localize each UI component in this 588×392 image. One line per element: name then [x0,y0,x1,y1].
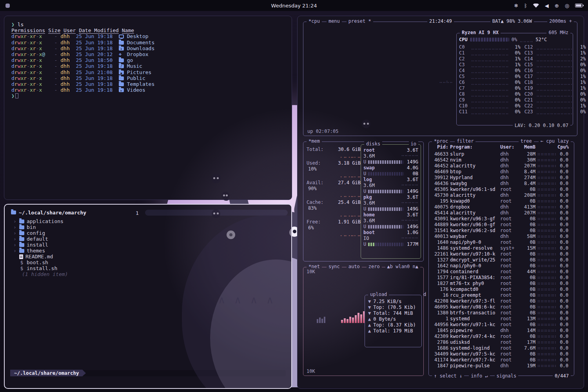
process-row[interactable]: 1577irq/81-PIXA3854:root0B⠶⠶⠶⠶⠶⠶⠶0.0 [429,275,574,281]
process-footer: ↑ select ↓ info ↵signals [432,373,518,379]
tab--cpu-lazy[interactable]: ← cpu lazy [539,138,571,144]
update-interval[interactable]: 2000ms + [547,18,574,24]
tab-disks[interactable]: disks [364,141,382,147]
system-logo-icon[interactable] [5,4,10,8]
battery-icon[interactable] [575,4,583,7]
footer-signals[interactable]: signals [495,373,519,379]
list-item[interactable]: ›applications [11,218,291,224]
video-icon [119,88,124,92]
process-row[interactable]: 46095kworker/u98:6-kcroot0B⠶⠶⠶⠶⠶⠶⠶0.0 [429,304,574,310]
tab-sync[interactable]: sync [327,264,342,270]
process-row[interactable]: 40013waybardhh58M⠶⠶⠶⠶⠶⠶⠶0.0 [429,234,574,240]
process-row[interactable]: 42208kworker/u97:3-flroot0B⠶⠶⠶⠶⠶⠶⠶0.0 [429,298,574,304]
file-name: README.md [25,254,53,260]
process-row[interactable]: 2786udisksdroot17M⠶⠶⠶⠶⠶⠶⠶0.0 [429,339,574,345]
net-stat-row: ▲0 Byte/s [368,316,419,322]
process-row[interactable]: 176kcompactd0root0B⠶⠶⠶⠶⠶⠶⠶0.0 [429,287,574,292]
process-row[interactable]: 40075dropboxdhh413M⠶⠶⠶⠶⠶⠶⠶0.0 [429,204,574,210]
process-row[interactable]: 46452alacrittydhh207M⠶⠶⠶⠶⠶⠶⠶0.0 [429,163,574,169]
process-row[interactable]: 44889kworker/u96:0-gfroot0B⠶⠶⠶⠶⠶⠶⠶0.0 [429,222,574,228]
process-row[interactable]: 1845pipewiredhh14M⠶⠶⠶⠶⠶⠶⠶0.0 [429,328,574,334]
process-row[interactable]: 1327dmcrypt_write/25root0B⠶⠶⠶⠶⠶⠶⠶0.0 [429,257,574,263]
updates-icon[interactable]: ❄ [514,3,518,9]
user-icon[interactable]: ◎ [565,3,569,9]
tab-net-interface[interactable]: ▲b wlan0 n▲ [385,264,420,270]
list-item[interactable]: $boot.sh [11,260,291,265]
process-row[interactable]: 34409kworker/u97:5-kcroot0B⠶⠶⠶⠶⠶⠶⠶0.0 [429,351,574,357]
process-row[interactable]: 45730alacrittydhh208M⠶⠶⠶⠶⠶⠶⠶0.0 [429,192,574,198]
tab-menu[interactable]: menu [327,18,342,24]
select-control[interactable]: ↑ select ↓ [432,373,464,379]
system-tray: ❄ᛒ◀⊕◎ [514,3,583,9]
process-row[interactable]: 1380btrfs-transactioroot0B⠶⠶⠶⠶⠶⠶⠶0.0 [429,310,574,316]
tab-mem[interactable]: *mem [307,138,322,144]
process-row[interactable]: 1847pipewire-pulsedhh19M⠶⠶⠶⠶⠶⠶⠶0.0 [429,363,574,369]
hidden-items-note: (1 hidden item) [11,271,291,277]
process-column-header[interactable]: Program: [450,144,499,150]
process-row[interactable]: 46469btopdhh8.4M⠶⠶⠶⠶⠶⠶⠶0.0 [429,169,574,175]
process-column-header[interactable]: MemB [518,144,535,150]
process-row[interactable]: 1642napi/phy0-0root0B⠶⠶⠶⠶⠶⠶⠶0.0 [429,263,574,269]
list-item[interactable]: README.md [11,254,291,260]
wifi-icon[interactable] [533,4,539,8]
process-column-header[interactable]: User: [500,144,517,150]
process-row[interactable]: 195kswapd0root0B⠶⠶⠶⠶⠶⠶⠶0.0 [429,198,574,204]
process-row[interactable]: 44956kworker/u97:1-kcroot0B⠶⠶⠶⠶⠶⠶⠶0.0 [429,322,574,328]
core-row: C17⣀⣀⣀⣀⣀⣀⣀⣀⣀⣀⣀1% [524,74,586,80]
process-row[interactable]: 42309kworker/u97:4-kcroot0B⠶⠶⠶⠶⠶⠶⠶0.0 [429,334,574,339]
tab-upload[interactable]: upload [368,292,389,298]
tab--cpu[interactable]: *cpu [307,18,322,24]
network-icon[interactable]: ⊕ [555,3,559,9]
tab-filter[interactable]: filter [455,138,475,144]
process-row[interactable]: 43091kworker/u96:3-gfroot0B⠶⠶⠶⠶⠶⠶⠶0.0 [429,216,574,222]
list-item[interactable]: ›bin [11,224,291,230]
process-row[interactable]: 39912Hyprlanddhh274M⠶⠶⠶⠶⠶⠶⠶0.0 [429,175,574,181]
tab-auto[interactable]: auto [347,264,362,270]
tab-tree[interactable]: tree [519,138,534,144]
memory-stats: Total:30.6 GiB⡀⣀⢀⣀⡀⣀Used:3.18 GiB10%⡀⣀⢀⣀… [307,147,361,239]
list-item[interactable]: $install.sh [11,265,291,271]
process-row[interactable]: 1640napi/phy0-0root0B⠶⠶⠶⠶⠶⠶⠶0.0 [429,240,574,245]
list-item[interactable]: ›default [11,236,291,242]
disk-row: log3.6T [363,177,418,183]
process-column-header[interactable]: Pid: [431,144,448,150]
process-row[interactable]: 16rcu_preemptroot0B⠶⠶⠶⠶⠶⠶⠶0.0 [429,292,574,298]
process-row[interactable]: 1486systemd-resolvesyst+15M⠶⠶⠶⠶⠶⠶⠶0.0 [429,245,574,251]
bluetooth-icon[interactable]: ᛒ [524,3,527,9]
column-header: Date Modified [79,27,119,34]
process-row[interactable]: 22161kworker/u97:10-kroot0B⠶⠶⠶⠶⠶⠶⠶0.0 [429,251,574,257]
process-row[interactable]: 1827mt76-tx phy0root0B⠶⠶⠶⠶⠶⠶⠶0.0 [429,281,574,287]
file-row: drwxr-xr-x - dhh 25 Jun 19:18 Public [11,75,292,81]
process-row[interactable]: 46542nvimdhh30M⠶⠶⠶⠶⠶⠶⠶0.0 [429,157,574,163]
script-icon: $ [19,265,24,271]
cores-right: C12⣀⣀⣀⣀⣀⣀⣀⣀⣀⣀⣀1%C13⣀⣀⣀⣀⣀⣀⣀⣀⣀⣀⣀1%C14⣀⣀⣀⣀⣀… [524,44,586,115]
process-row[interactable]: 1systemdroot13M⠶⠶⠶⠶⠶⠶⠶0.0 [429,316,574,322]
process-row[interactable]: 46436swaybgdhh8.4M⠶⠶⠶⠶⠶⠶⠶0.0 [429,181,574,187]
footer-info-[interactable]: info ↵ [469,373,490,379]
process-row[interactable]: 45305kworker/u96:1-sdroot0B⠶⠶⠶⠶⠶⠶⠶0.0 [429,187,574,192]
tab-zero[interactable]: zero [367,264,382,270]
process-row[interactable]: 41174kworker/u97:7-kcroot0B⠶⠶⠶⠶⠶⠶⠶0.0 [429,357,574,363]
process-row[interactable]: 45414alacrittydhh207M⠶⠶⠶⠶⠶⠶⠶0.0 [429,210,574,216]
list-item[interactable]: ›config [11,230,291,236]
process-row[interactable]: 1686systemd-logindroot7.6M⠶⠶⠶⠶⠶⠶⠶0.0 [429,345,574,351]
list-item[interactable]: ›themes [11,248,291,254]
disk-used-row: U149G [363,206,418,212]
file-row: drwxr-xr-x - dhh 25 Jun 18:50 go [11,57,292,63]
volume-icon[interactable]: ◀ [545,3,549,9]
file-name: themes [27,248,45,254]
process-column-header[interactable]: Cpu% [557,144,568,150]
prompt-line[interactable]: ❯ [11,93,292,99]
down-arrow-icon: ▼ [368,305,371,310]
process-row[interactable]: 31541kworker/u96:2-sdroot0B⠶⠶⠶⠶⠶⠶⠶0.0 [429,228,574,234]
list-item[interactable]: ›install [11,242,291,248]
tab-preset-[interactable]: preset * [347,18,373,24]
tab--proc[interactable]: *proc [432,138,450,144]
process-row[interactable]: 1794containerdroot44M⠶⠶⠶⠶⠶⠶⠶0.0 [429,269,574,275]
disk-used-row: U177M [363,241,418,247]
process-column-header[interactable] [537,144,556,150]
terminal-window: ❯ ls Permissions Size User Date Modified… [4,16,292,200]
process-row[interactable]: 46633slurpdhh28M⠶⠶⠶⠶⠶⠶⠶0.0 [429,151,574,157]
column-header: Permissions [11,27,45,34]
tab-io[interactable]: io [409,141,418,147]
